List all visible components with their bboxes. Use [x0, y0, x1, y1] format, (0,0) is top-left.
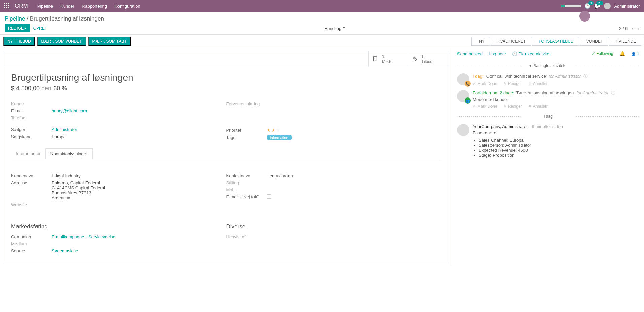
main-menu: Pipeline Kunder Rapportering Konfigurati…: [37, 4, 140, 9]
quotes-count: 1: [421, 54, 432, 59]
mark-done-button[interactable]: Mark Done: [473, 81, 497, 86]
messages-icon[interactable]: 💬21: [594, 3, 601, 9]
pager: 2 / 6 ‹ ›: [619, 25, 639, 31]
bell-icon[interactable]: 🔔: [619, 51, 625, 56]
people-icon: 👥: [465, 98, 471, 104]
value-addr4: Argentina: [52, 195, 105, 200]
value-campaign[interactable]: E-mailkampagne - Serviceydelse: [52, 234, 115, 239]
tag-information[interactable]: Information: [267, 135, 292, 140]
activity-title: "Conf call with technical service": [485, 74, 547, 79]
statbox-quotes[interactable]: ✎ 1Tilbud: [409, 51, 449, 67]
message-bullet: Salesperson: Administrator: [479, 143, 639, 148]
info-icon[interactable]: ⓘ: [611, 90, 615, 95]
value-salgskanal: Europa: [52, 134, 66, 139]
top-nav: CRM Pipeline Kunder Rapportering Konfigu…: [0, 0, 644, 12]
stage-new[interactable]: NY: [471, 37, 490, 46]
tabs: Interne noter Kontaktoplysninger: [11, 148, 441, 159]
activity-cancel-button[interactable]: Annullér: [528, 104, 548, 109]
mark-done-button[interactable]: Mark Done: [473, 104, 497, 109]
value-source[interactable]: Søgemaskine: [52, 248, 78, 254]
label-prioritet: Prioritet: [226, 128, 267, 133]
control-bar: Pipeline / Brugertilpasning af løsningen…: [0, 12, 644, 34]
emails-optout-checkbox[interactable]: [267, 194, 271, 199]
mark-lost-button[interactable]: MÆRK SOM TABT: [88, 37, 131, 46]
label-source: Source: [11, 248, 52, 254]
create-button[interactable]: OPRET: [30, 24, 50, 32]
priority-stars[interactable]: ★★☆: [267, 128, 281, 133]
star-icon[interactable]: ★: [271, 128, 276, 133]
info-icon[interactable]: ⓘ: [583, 74, 588, 79]
value-saelger[interactable]: Administrator: [52, 127, 77, 132]
breadcrumb: Pipeline / Brugertilpasning af løsningen: [5, 15, 639, 22]
new-quote-button[interactable]: NYT TILBUD: [3, 37, 35, 46]
section-markedsforing: Markedsføring: [11, 223, 226, 230]
stage-won[interactable]: VUNDET: [579, 37, 608, 46]
user-name[interactable]: Administrator: [614, 4, 640, 9]
send-message-button[interactable]: Send besked: [457, 51, 483, 56]
stage-qualified[interactable]: KVALIFICERET: [490, 37, 531, 46]
avatar: [457, 124, 469, 136]
app-brand: CRM: [15, 3, 28, 9]
edit-icon: ✎: [412, 55, 418, 63]
meetings-label: Møde: [382, 59, 393, 64]
form-sheet: 🗓 1Møde ✎ 1Tilbud Brugertilpasning af lø…: [3, 51, 449, 263]
meetings-count: 1: [382, 54, 393, 59]
followers-count[interactable]: 1: [631, 51, 639, 56]
label-telefon: Telefon: [11, 115, 52, 120]
label-henvist: Henvist af: [226, 234, 267, 239]
mark-won-button[interactable]: MÆRK SOM VUNDET: [37, 37, 86, 46]
following-button[interactable]: Following: [592, 51, 613, 56]
progress-indicator[interactable]: [561, 5, 581, 7]
breadcrumb-current: Brugertilpasning af løsningen: [30, 15, 104, 22]
label-salgskanal: Salgskanal: [11, 134, 52, 139]
label-mobil: Mobil: [226, 187, 267, 192]
action-dropdown[interactable]: Handling: [324, 26, 345, 31]
planned-activities-header[interactable]: Planlagte aktiviteter: [457, 63, 639, 68]
activity-item: 👥 Forfalden om 2 dage: "Brugertilpasning…: [457, 88, 639, 111]
chatter-panel: Send besked Log note 🕐 Planlæg aktivitet…: [452, 48, 644, 266]
tab-kontaktoplysninger[interactable]: Kontaktoplysninger: [45, 148, 93, 159]
activity-user: Administrator: [555, 74, 581, 79]
menu-kunder[interactable]: Kunder: [60, 4, 74, 9]
menu-pipeline[interactable]: Pipeline: [37, 4, 53, 9]
label-website: Website: [11, 202, 52, 207]
menu-konfiguration[interactable]: Konfiguration: [114, 4, 140, 9]
star-icon[interactable]: ★: [267, 128, 271, 133]
message-time: - 6 minutter siden: [529, 124, 563, 129]
calendar-icon: 🗓: [372, 55, 379, 63]
accent-dot: [579, 11, 590, 22]
apps-icon[interactable]: [4, 3, 10, 9]
value-email[interactable]: henry@elight.com: [52, 108, 87, 113]
label-forventet: Forventet lukning: [226, 101, 267, 106]
user-avatar-icon[interactable]: [604, 3, 611, 9]
label-tags: Tags: [226, 135, 267, 140]
menu-rapportering[interactable]: Rapportering: [82, 4, 107, 9]
activities-icon[interactable]: 🕑9: [584, 3, 591, 9]
breadcrumb-root[interactable]: Pipeline: [5, 15, 25, 22]
activity-item: 📞 I dag: "Conf call with technical servi…: [457, 71, 639, 88]
activity-edit-button[interactable]: Rediger: [503, 81, 522, 86]
stage-dormant[interactable]: HVILENDE: [608, 37, 641, 46]
log-note-button[interactable]: Log note: [489, 51, 506, 56]
probability: 60 %: [53, 85, 67, 92]
activity-edit-button[interactable]: Rediger: [503, 104, 522, 109]
label-stilling: Stilling: [226, 180, 267, 185]
subinfo: $ 4.500,00 den 60 %: [11, 85, 441, 92]
stage-proposal[interactable]: FORSLAG/TILBUD: [531, 37, 579, 46]
label-emails-nej: E-mails "Nej tak": [226, 194, 267, 200]
value-addr3: Buenos Aires B7313: [52, 190, 105, 195]
avatar: 📞: [457, 73, 469, 85]
activity-cancel-button[interactable]: Annullér: [528, 81, 548, 86]
label-kundenavn: Kundenavn: [11, 173, 52, 178]
label-adresse: Adresse: [11, 180, 52, 200]
statbox-meetings[interactable]: 🗓 1Møde: [368, 51, 409, 67]
plan-activity-button[interactable]: 🕐 Planlæg aktivitet: [512, 51, 551, 56]
edit-button[interactable]: REDIGER: [5, 24, 30, 32]
label-medium: Medium: [11, 241, 52, 246]
stage-bar: NY KVALIFICERET FORSLAG/TILBUD VUNDET HV…: [472, 37, 641, 46]
pager-next-icon[interactable]: ›: [638, 25, 639, 31]
star-icon[interactable]: ☆: [276, 128, 281, 133]
avatar: 👥: [457, 90, 469, 102]
tab-interne-noter[interactable]: Interne noter: [11, 148, 45, 159]
pager-prev-icon[interactable]: ‹: [632, 25, 633, 31]
